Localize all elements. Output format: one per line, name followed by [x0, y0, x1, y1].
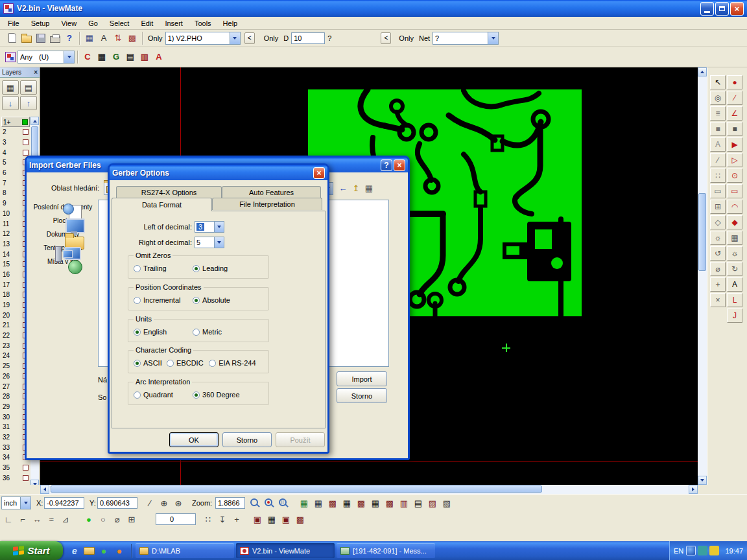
- radio-ascii[interactable]: ASCII: [134, 359, 165, 367]
- delete-vertex-icon[interactable]: ×: [710, 293, 726, 307]
- radio-eia-rs244[interactable]: EIA RS-244: [209, 359, 255, 367]
- task-mlab[interactable]: D:\MLAB: [136, 543, 234, 558]
- dot-grid-tool-icon[interactable]: ∷: [710, 169, 726, 183]
- aperture-outline-icon[interactable]: ○: [96, 512, 110, 526]
- ie-quicklaunch-icon[interactable]: e: [68, 544, 81, 557]
- task-viewmate[interactable]: V2.bin - ViewMate: [236, 543, 335, 558]
- scroll-down-arrow[interactable]: [698, 476, 707, 485]
- pad-grid-icon[interactable]: ▦: [95, 50, 109, 64]
- draw-triangle-icon[interactable]: ▷: [727, 153, 742, 167]
- units-combo[interactable]: inch: [1, 496, 31, 509]
- layers-list-icon[interactable]: ≡: [710, 106, 726, 121]
- chevron-down-icon[interactable]: [230, 32, 240, 44]
- draw-rounded-rect-icon[interactable]: ▭: [727, 184, 742, 198]
- zoom-tool-icon[interactable]: [248, 496, 262, 510]
- open-file-icon[interactable]: [19, 31, 34, 45]
- pad-grid-3-icon[interactable]: ▥: [137, 50, 152, 64]
- menu-item[interactable]: Setup: [25, 18, 56, 29]
- canvas-vscrollbar[interactable]: [698, 67, 707, 485]
- aperture-palette-icon[interactable]: [3, 50, 18, 64]
- layer-row[interactable]: 4: [1, 147, 30, 158]
- only-net-label[interactable]: Only: [399, 34, 414, 42]
- up-one-level-icon[interactable]: ↥: [350, 181, 362, 194]
- menu-item[interactable]: Edit: [135, 18, 159, 29]
- radio-leading[interactable]: Leading: [193, 264, 228, 272]
- dcode-table-dark-icon[interactable]: ▦: [311, 496, 326, 510]
- angle-mode-icon[interactable]: ⊿: [58, 512, 73, 526]
- vscroll-thumb[interactable]: [698, 193, 706, 271]
- diameter-tool-icon[interactable]: ⌀: [710, 262, 726, 276]
- active-layer-row[interactable]: 1+: [1, 117, 30, 127]
- desktop-quicklaunch-icon[interactable]: ●: [97, 544, 110, 557]
- pan-mode-icon[interactable]: ↔: [30, 512, 44, 526]
- film-box-9-icon[interactable]: ▧: [440, 496, 454, 510]
- add-vertex-icon[interactable]: +: [710, 277, 726, 292]
- only-dcode-label[interactable]: Only: [264, 34, 279, 42]
- draw-l-shape-icon[interactable]: L: [727, 293, 742, 307]
- draw-polyline-icon[interactable]: ∠: [727, 106, 742, 121]
- dcode-text-icon[interactable]: A: [97, 31, 111, 45]
- slant-measure-icon[interactable]: ∕: [710, 153, 726, 167]
- draw-arrow-icon[interactable]: ▶: [727, 137, 742, 152]
- help-button[interactable]: ?: [381, 159, 392, 171]
- dot-grid-icon[interactable]: ∷: [201, 512, 215, 526]
- layer-row[interactable]: 36: [1, 472, 30, 483]
- layer-table-button[interactable]: ▦: [2, 80, 19, 95]
- save-file-icon[interactable]: [34, 31, 48, 45]
- highlight-c-icon[interactable]: C: [80, 50, 95, 64]
- context-help-icon[interactable]: ?: [62, 31, 77, 45]
- draw-star-icon[interactable]: ☼: [727, 246, 742, 261]
- draw-pattern-icon[interactable]: ▦: [727, 231, 742, 245]
- draw-arc-icon[interactable]: ◠: [727, 200, 742, 214]
- import-button[interactable]: Import: [337, 371, 387, 386]
- chevron-down-icon[interactable]: [64, 51, 74, 63]
- smooth-mode-icon[interactable]: ≈: [44, 512, 58, 526]
- zoom-point-icon[interactable]: [262, 496, 276, 510]
- film-box-8-icon[interactable]: ▨: [425, 496, 440, 510]
- tray-volume-icon[interactable]: [698, 546, 707, 555]
- radio-ebcdic[interactable]: EBCDIC: [167, 359, 207, 367]
- tab-rs274x-options[interactable]: RS274-X Options: [116, 186, 222, 198]
- menu-item[interactable]: Tools: [189, 18, 217, 29]
- grid-toggle-icon[interactable]: ⊞: [124, 512, 139, 526]
- swap-layers-icon[interactable]: ⇅: [111, 31, 125, 45]
- aperture-table-icon[interactable]: ▦: [82, 31, 97, 45]
- rectangle-tool-icon[interactable]: ▭: [710, 184, 726, 198]
- scroll-thumb[interactable]: [31, 126, 38, 156]
- film-box-4-icon[interactable]: ▦: [368, 496, 383, 510]
- radio-absolute[interactable]: Absolute: [193, 296, 230, 304]
- probe-tool-icon[interactable]: ⌀: [110, 512, 124, 526]
- radio-360-degree[interactable]: 360 Degree: [193, 391, 240, 399]
- firefox-quicklaunch-icon[interactable]: ●: [113, 544, 126, 557]
- zoom-window-icon[interactable]: [276, 496, 290, 510]
- back-icon[interactable]: ←: [337, 181, 350, 194]
- filled-shape-icon[interactable]: ■: [710, 122, 726, 136]
- text-mirror-icon[interactable]: A: [710, 137, 726, 152]
- radio-trailing[interactable]: Trailing: [134, 264, 191, 272]
- layer-color-swatch[interactable]: [23, 465, 29, 471]
- highlight-g-icon[interactable]: G: [109, 50, 123, 64]
- close-button[interactable]: ×: [394, 159, 405, 171]
- radio-quadrant[interactable]: Quadrant: [134, 391, 191, 399]
- film-box-2-icon[interactable]: ▦: [340, 496, 354, 510]
- menu-item[interactable]: Help: [217, 18, 244, 29]
- restore-button[interactable]: [715, 2, 729, 16]
- chevron-down-icon[interactable]: [20, 497, 30, 509]
- draw-target-icon[interactable]: ⊙: [727, 169, 742, 183]
- layer-row[interactable]: 35: [1, 463, 30, 473]
- active-layer-combo[interactable]: 1) V2.PHO: [165, 32, 241, 45]
- rotate-cw-icon[interactable]: ↻: [727, 262, 742, 276]
- start-button[interactable]: Start: [0, 541, 63, 560]
- layer-colors-icon[interactable]: ▩: [125, 31, 139, 45]
- online-status-icon[interactable]: ●: [82, 512, 96, 526]
- pad-array-icon[interactable]: ⊞: [710, 200, 726, 214]
- drop-anchor-icon[interactable]: ↧: [215, 512, 230, 526]
- close-button[interactable]: ×: [730, 2, 744, 16]
- left-decimal-combo[interactable]: 3: [195, 221, 224, 233]
- film-box-7-icon[interactable]: ▤: [411, 496, 425, 510]
- tray-language-icon[interactable]: [686, 546, 696, 555]
- previous-dcode-button[interactable]: <: [244, 32, 255, 44]
- radio-english[interactable]: English: [134, 328, 191, 336]
- apply-button[interactable]: Použít: [276, 432, 325, 447]
- rotate-ccw-icon[interactable]: ↺: [710, 246, 726, 261]
